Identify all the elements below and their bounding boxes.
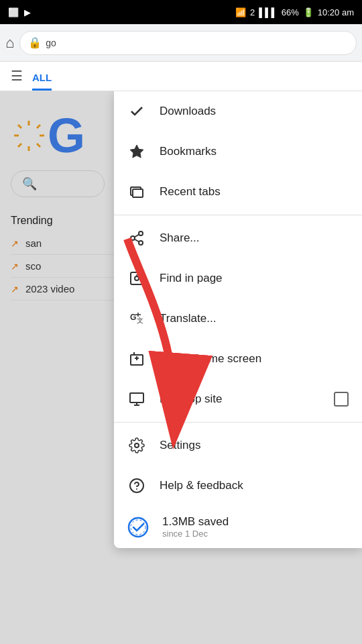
menu-item-translate[interactable]: G 文 Translate...	[114, 299, 362, 339]
svg-marker-8	[130, 145, 143, 158]
translate-icon: G 文	[127, 309, 146, 328]
saved-amount: 1.3MB saved	[162, 515, 229, 529]
menu-divider-1	[114, 215, 362, 215]
svg-point-13	[139, 241, 143, 245]
menu-item-desktop-site[interactable]: Desktop site	[114, 379, 362, 419]
url-text: go	[46, 38, 56, 48]
status-right: 📶 2 ▌▌▌ 66% 🔋 10:20 am	[235, 7, 354, 17]
saved-since: since 1 Dec	[162, 529, 229, 539]
downloads-icon	[127, 102, 146, 121]
signal-icon: ▌▌▌	[259, 7, 278, 17]
browser-bar: ⌂ 🔒 go	[0, 24, 362, 62]
status-left: ⬜ ▶	[8, 7, 31, 17]
wifi-icon: 📶	[235, 7, 246, 17]
hamburger-icon[interactable]: ☰	[11, 68, 23, 84]
settings-label: Settings	[160, 439, 200, 452]
share-icon	[127, 229, 146, 248]
svg-point-11	[139, 231, 143, 235]
svg-text:文: 文	[137, 317, 143, 324]
svg-point-12	[131, 236, 135, 240]
help-icon	[127, 476, 146, 495]
star-icon	[127, 142, 146, 161]
desktop-site-label: Desktop site	[160, 392, 223, 406]
svg-point-17	[135, 276, 139, 280]
find-in-page-label: Find in page	[160, 272, 223, 285]
battery-icon: 🔋	[303, 7, 314, 17]
translate-label: Translate...	[160, 312, 216, 325]
desktop-site-checkbox[interactable]	[334, 392, 349, 407]
battery-percent: 66%	[282, 7, 299, 17]
svg-line-14	[135, 239, 139, 242]
menu-item-help[interactable]: Help & feedback	[114, 466, 362, 506]
savings-icon	[127, 517, 149, 538]
svg-rect-10	[133, 189, 143, 197]
downloads-label: Downloads	[160, 105, 216, 118]
find-icon	[127, 269, 146, 288]
settings-icon	[127, 436, 146, 455]
url-bar[interactable]: 🔒 go	[19, 31, 357, 55]
add-home-label: Add to home screen	[160, 352, 261, 366]
menu-item-share[interactable]: Share...	[114, 218, 362, 258]
recent-tabs-icon	[127, 182, 146, 201]
bookmarks-label: Bookmarks	[160, 145, 217, 158]
tab-all[interactable]: ALL	[32, 72, 52, 91]
svg-point-28	[135, 443, 139, 447]
menu-item-recent-tabs[interactable]: Recent tabs	[114, 172, 362, 212]
status-bar: ⬜ ▶ 📶 2 ▌▌▌ 66% 🔋 10:20 am	[0, 0, 362, 24]
saved-text: 1.3MB saved since 1 Dec	[162, 515, 229, 539]
main-content: G 🔍 Trending ↗ san ↗ sco ↗ 2023 video	[0, 91, 362, 644]
home-icon[interactable]: ⌂	[5, 34, 14, 52]
menu-divider-2	[114, 422, 362, 423]
recent-tabs-label: Recent tabs	[160, 185, 221, 199]
svg-text:G: G	[130, 313, 136, 322]
desktop-icon	[127, 390, 146, 409]
svg-line-15	[135, 235, 139, 237]
menu-item-add-home[interactable]: Add to home screen	[114, 339, 362, 379]
svg-rect-25	[130, 393, 143, 402]
menu-item-settings[interactable]: Settings	[114, 425, 362, 466]
svg-rect-16	[131, 272, 143, 284]
lock-icon: 🔒	[28, 36, 42, 49]
help-label: Help & feedback	[160, 479, 243, 492]
add-home-icon	[127, 350, 146, 368]
sim-badge: 2	[250, 7, 255, 17]
svg-point-31	[129, 518, 147, 537]
time-display: 10:20 am	[318, 7, 354, 17]
youtube-icon: ▶	[24, 7, 31, 17]
svg-point-30	[136, 488, 137, 490]
menu-item-downloads[interactable]: Downloads	[114, 91, 362, 131]
share-label: Share...	[160, 231, 200, 245]
screenshot-icon: ⬜	[8, 7, 19, 17]
dropdown-menu: Downloads Bookmarks Recent tabs	[114, 91, 362, 548]
menu-item-bookmarks[interactable]: Bookmarks	[114, 131, 362, 172]
menu-item-find-in-page[interactable]: Find in page	[114, 258, 362, 299]
saved-data-item: 1.3MB saved since 1 Dec	[114, 506, 362, 548]
tabs-bar: ☰ ALL	[0, 62, 362, 91]
